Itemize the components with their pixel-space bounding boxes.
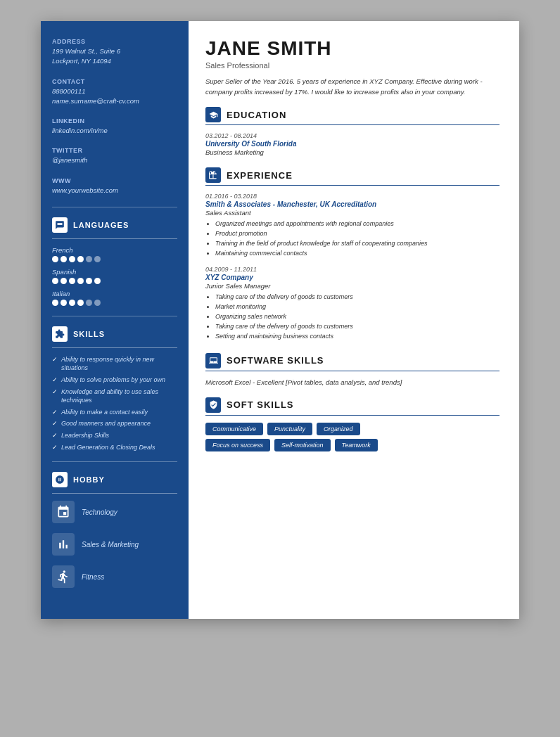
lang-french-dots bbox=[52, 256, 177, 262]
badge-communicative: Communicative bbox=[205, 423, 263, 435]
software-icon bbox=[205, 353, 221, 368]
education-title: EDUCATION bbox=[227, 110, 286, 120]
job1-bullet-2: Product promotion bbox=[215, 229, 499, 239]
job2-dates: 04.2009 - 11.2011 bbox=[205, 266, 499, 273]
softskills-row2: Focus on success Self-motivation Teamwor… bbox=[205, 439, 499, 451]
badge-teamwork: Teamwork bbox=[335, 439, 378, 451]
job2-bullet-5: Setting and maintaining business contact… bbox=[215, 332, 499, 342]
edu-institution: University Of South Florida bbox=[205, 140, 499, 148]
contact-label: CONTACT bbox=[52, 78, 177, 85]
job2-company: XYZ Company bbox=[205, 274, 499, 281]
skill-text-2: Ability to solve problems by your own bbox=[61, 376, 165, 385]
address-section: ADDRESS 199 Walnut St., Suite 6 Lockport… bbox=[52, 38, 177, 67]
badge-focus: Focus on success bbox=[205, 439, 270, 451]
skills-header: SKILLS bbox=[52, 326, 177, 342]
softskills-title: SOFT SKILLS bbox=[227, 399, 294, 410]
job1-bullet-4: Maintaining commercial contacts bbox=[215, 249, 499, 259]
job2-bullet-3: Organizing sales network bbox=[215, 312, 499, 322]
software-title: SOFTWARE SKILLS bbox=[227, 355, 324, 366]
job1-role: Sales Assistant bbox=[205, 209, 499, 217]
hobby-title: HOBBY bbox=[73, 475, 105, 484]
address-line2: Lockport, NY 14094 bbox=[52, 56, 177, 66]
badge-self-motivation: Self-motivation bbox=[274, 439, 331, 451]
phone: 888000111 bbox=[52, 86, 177, 96]
skill-7: ✓ Lead Generation & Closing Deals bbox=[52, 443, 177, 452]
software-text: Microsoft Excel - Excellent [Pivot table… bbox=[205, 378, 499, 386]
skill-6: ✓ Leadership Skills bbox=[52, 431, 177, 440]
www-label: WWW bbox=[52, 177, 177, 184]
sidebar: ADDRESS 199 Walnut St., Suite 6 Lockport… bbox=[41, 21, 189, 619]
edu-field: Business Marketing bbox=[205, 148, 499, 156]
lang-spanish: Spanish bbox=[52, 268, 177, 284]
lang-spanish-name: Spanish bbox=[52, 268, 177, 276]
candidate-name: JANE SMITH bbox=[205, 38, 499, 60]
softskills-header: SOFT SKILLS bbox=[205, 397, 499, 413]
skill-3: ✓ Knowledge and ability to use sales tec… bbox=[52, 387, 177, 405]
skills-list: ✓ Ability to response quickly in new sit… bbox=[52, 355, 177, 451]
www-section: WWW www.yourwebsite.com bbox=[52, 177, 177, 196]
job2-bullet-1: Taking care of the delivery of goods to … bbox=[215, 293, 499, 302]
software-header: SOFTWARE SKILLS bbox=[205, 353, 499, 368]
hobbies-list: Technology Sales & Marketing Fitness bbox=[52, 501, 177, 588]
main-content: JANE SMITH Sales Professional Super Sell… bbox=[189, 21, 519, 619]
candidate-title: Sales Professional bbox=[205, 61, 499, 70]
twitter-label: TWITTER bbox=[52, 147, 177, 154]
experience-icon bbox=[205, 167, 221, 183]
softskills-icon bbox=[205, 397, 221, 413]
hobby-icon bbox=[52, 472, 68, 487]
lang-french-name: French bbox=[52, 246, 177, 254]
chart-icon bbox=[52, 533, 75, 556]
languages-title: LANGUAGES bbox=[73, 221, 129, 229]
job2-bullets: Taking care of the delivery of goods to … bbox=[205, 293, 499, 342]
skills-icon bbox=[52, 326, 68, 342]
job1-company: Smith & Associates - Manchester, UK Accr… bbox=[205, 200, 499, 208]
experience-section: EXPERIENCE 01.2016 - 03.2018 Smith & Ass… bbox=[205, 167, 499, 341]
education-section: EDUCATION 03.2012 - 08.2014 University O… bbox=[205, 107, 499, 156]
skill-text-7: Lead Generation & Closing Deals bbox=[61, 443, 155, 452]
badge-organized: Organized bbox=[317, 423, 360, 435]
job2-bullet-4: Taking care of the delivery of goods to … bbox=[215, 322, 499, 332]
edu-dates: 03.2012 - 08.2014 bbox=[205, 132, 499, 139]
hobby-fitness: Fitness bbox=[52, 565, 177, 588]
skill-text-1: Ability to response quickly in new situa… bbox=[61, 355, 177, 373]
skill-4: ✓ Ability to make a contact easily bbox=[52, 408, 177, 417]
twitter: @janesmith bbox=[52, 155, 177, 165]
software-section: SOFTWARE SKILLS Microsoft Excel - Excell… bbox=[205, 353, 499, 386]
lang-italian: Italian bbox=[52, 290, 177, 306]
skill-text-6: Leadership Skills bbox=[61, 431, 109, 440]
twitter-section: TWITTER @janesmith bbox=[52, 147, 177, 165]
www: www.yourwebsite.com bbox=[52, 186, 177, 196]
languages-list: French Spanish bbox=[52, 246, 177, 306]
hobby-technology: Technology bbox=[52, 501, 177, 523]
softskills-section: SOFT SKILLS Communicative Punctuality Or… bbox=[205, 397, 499, 451]
languages-header: LANGUAGES bbox=[52, 217, 177, 233]
hobby-fitness-label: Fitness bbox=[82, 573, 104, 581]
fitness-icon bbox=[52, 565, 75, 588]
lang-italian-name: Italian bbox=[52, 290, 177, 297]
hobby-marketing-label: Sales & Marketing bbox=[82, 541, 139, 549]
skill-text-4: Ability to make a contact easily bbox=[61, 408, 148, 417]
summary-text: Super Seller of the Year 2016. 5 years o… bbox=[205, 77, 499, 97]
softskills-row1: Communicative Punctuality Organized bbox=[205, 423, 499, 435]
skill-1: ✓ Ability to response quickly in new sit… bbox=[52, 355, 177, 373]
experience-title: EXPERIENCE bbox=[227, 170, 293, 181]
email: name.surname@craft-cv.com bbox=[52, 96, 177, 106]
linkedin-label: LINKEDIN bbox=[52, 117, 177, 124]
contact-section: CONTACT 888000111 name.surname@craft-cv.… bbox=[52, 78, 177, 107]
education-header: EDUCATION bbox=[205, 107, 499, 122]
job2-role: Junior Sales Manager bbox=[205, 282, 499, 290]
address-label: ADDRESS bbox=[52, 38, 177, 45]
lang-italian-dots bbox=[52, 300, 177, 306]
badge-punctuality: Punctuality bbox=[267, 423, 312, 435]
job1-bullets: Organized meetings and appointments with… bbox=[205, 219, 499, 259]
experience-header: EXPERIENCE bbox=[205, 167, 499, 183]
skills-title: SKILLS bbox=[73, 330, 105, 338]
skill-2: ✓ Ability to solve problems by your own bbox=[52, 376, 177, 385]
linkedin: linkedin.com/in/me bbox=[52, 126, 177, 136]
job1-bullet-3: Training in the field of product knowled… bbox=[215, 239, 499, 249]
job2-bullet-2: Market monitoring bbox=[215, 302, 499, 312]
lang-spanish-dots bbox=[52, 278, 177, 284]
tech-icon bbox=[52, 501, 75, 523]
hobby-marketing: Sales & Marketing bbox=[52, 533, 177, 556]
education-icon bbox=[205, 107, 221, 122]
